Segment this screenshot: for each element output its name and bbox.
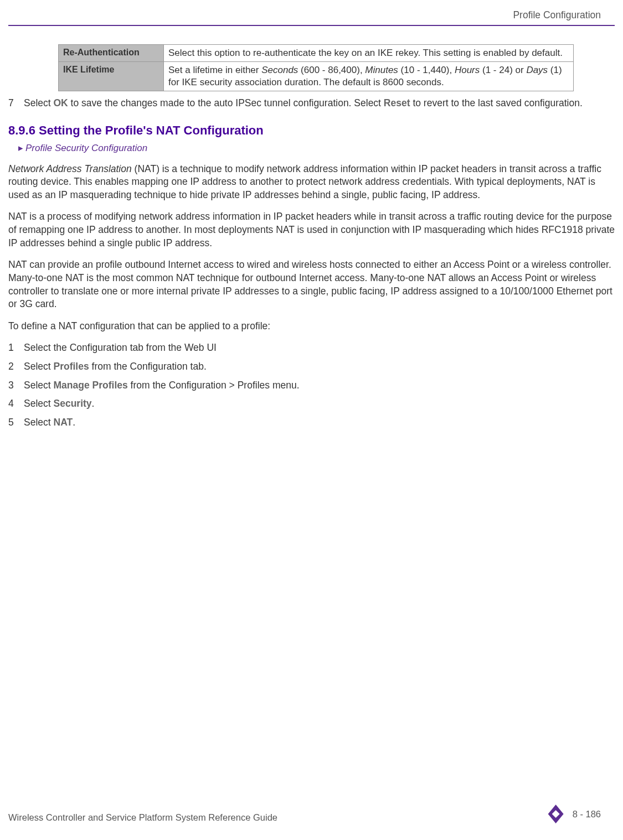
param-desc: Select this option to re-authenticate th…	[164, 45, 574, 62]
step-5: 5 Select NAT.	[8, 416, 615, 429]
text-em: Network Address Translation	[8, 163, 132, 174]
ui-ref: Manage Profiles	[54, 380, 128, 391]
table-row: IKE Lifetime Set a lifetime in either Se…	[59, 62, 574, 91]
brand-logo-icon	[548, 805, 565, 823]
paragraph: NAT can provide an profile outbound Inte…	[8, 258, 615, 311]
text-frag: to revert to the last saved configuratio…	[410, 97, 583, 108]
text-frag: Select	[24, 97, 54, 108]
step-number: 7	[8, 97, 24, 110]
text-frag: from the Configuration tab.	[89, 361, 207, 372]
page-content: Re-Authentication Select this option to …	[8, 44, 615, 435]
step-body: Select the Configuration tab from the We…	[24, 341, 615, 355]
step-body: Select Security.	[24, 397, 615, 411]
ui-ref: Profiles	[54, 361, 89, 372]
step-number: 3	[8, 379, 24, 392]
parameter-table: Re-Authentication Select this option to …	[58, 44, 574, 91]
step-body: Select Manage Profiles from the Configur…	[24, 379, 615, 392]
step-number: 1	[8, 341, 24, 355]
ui-ref: NAT	[54, 417, 73, 428]
param-desc: Set a lifetime in either Seconds (600 - …	[164, 62, 574, 91]
page-number: 8 - 186	[573, 808, 601, 820]
header-title-right: Profile Configuration	[513, 9, 601, 22]
text-em: Minutes	[365, 65, 398, 75]
paragraph: To define a NAT configuration that can b…	[8, 320, 615, 333]
text-em: Seconds	[261, 65, 298, 75]
text-frag: Select	[24, 380, 54, 391]
step-2: 2 Select Profiles from the Configuration…	[8, 360, 615, 374]
text-em: Days	[526, 65, 548, 75]
step-4: 4 Select Security.	[8, 397, 615, 411]
paragraph: NAT is a process of modifying network ad…	[8, 210, 615, 250]
text-frag: (10 - 1,440),	[398, 65, 455, 75]
breadcrumb: ▸Profile Security Configuration	[18, 142, 615, 155]
step-body: Select OK to save the changes made to th…	[24, 97, 615, 110]
paragraph: Network Address Translation (NAT) is a t…	[8, 163, 615, 202]
step-number: 5	[8, 416, 24, 429]
step-number: 4	[8, 397, 24, 411]
step-body: Select NAT.	[24, 416, 615, 429]
text-em: Hours	[455, 65, 480, 75]
text-frag: Select the Configuration tab from the We…	[24, 342, 217, 353]
text-frag: Select	[24, 417, 54, 428]
param-label: Re-Authentication	[59, 45, 164, 62]
step-3: 3 Select Manage Profiles from the Config…	[8, 379, 615, 392]
text-frag: from the Configuration > Profiles menu.	[128, 380, 300, 391]
text-frag: .	[92, 398, 95, 409]
text-frag: Set a lifetime in either	[168, 65, 261, 75]
text-frag: (1 - 24) or	[480, 65, 526, 75]
step-number: 2	[8, 360, 24, 374]
chevron-right-icon: ▸	[18, 143, 23, 153]
table-row: Re-Authentication Select this option to …	[59, 45, 574, 62]
text-frag: .	[73, 417, 75, 428]
text-frag: (600 - 86,400),	[298, 65, 365, 75]
section-heading: 8.9.6 Setting the Profile's NAT Configur…	[8, 122, 615, 139]
breadcrumb-text: Profile Security Configuration	[25, 143, 147, 153]
step-7: 7 Select OK to save the changes made to …	[8, 97, 615, 110]
text-frag: Select	[24, 398, 54, 409]
ui-ok: OK	[54, 97, 68, 108]
param-label: IKE Lifetime	[59, 62, 164, 91]
step-body: Select Profiles from the Configuration t…	[24, 360, 615, 374]
step-1: 1 Select the Configuration tab from the …	[8, 341, 615, 355]
ui-reset: Reset	[384, 97, 410, 108]
footer-right: 8 - 186	[548, 805, 601, 823]
text-frag: to save the changes made to the auto IPS…	[68, 97, 384, 108]
page-footer: Wireless Controller and Service Platform…	[8, 805, 601, 823]
header-divider	[8, 25, 615, 26]
ui-ref: Security	[54, 398, 92, 409]
footer-left-text: Wireless Controller and Service Platform…	[8, 811, 277, 823]
text-frag: Select	[24, 361, 54, 372]
